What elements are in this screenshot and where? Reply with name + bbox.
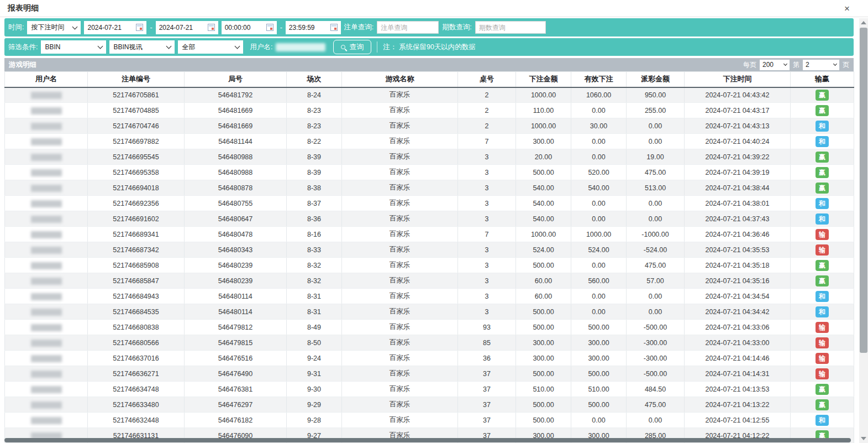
- cell-round-id: 546480478: [185, 227, 287, 242]
- calendar-icon[interactable]: [330, 24, 338, 31]
- cell-payout: -500.00: [627, 366, 685, 382]
- cell-round-id: 546481669: [185, 103, 287, 118]
- cell-round-id: 546480878: [185, 180, 287, 196]
- result-badge: 和: [816, 213, 829, 225]
- masked-username: [31, 200, 62, 207]
- cell-round-id: 546480647: [185, 211, 287, 227]
- date-separator: -: [150, 24, 152, 32]
- cell-session: 8-39: [287, 165, 342, 180]
- divider: [377, 41, 377, 53]
- cell-game-name: 百家乐: [342, 289, 458, 304]
- cell-bet-amount: 1000.00: [516, 118, 571, 134]
- cell-round-id: 546480114: [185, 289, 287, 304]
- cell-valid-bet: 500.00: [571, 366, 627, 382]
- cell-bet-id: 521746687342: [88, 242, 185, 258]
- cell-round-id: 546476490: [185, 366, 287, 382]
- cell-bet-time: 2024-07-21 04:33:06: [685, 320, 791, 335]
- cell-table-no: 2: [458, 87, 516, 103]
- cell-table-no: 3: [458, 258, 516, 273]
- date-from-input[interactable]: 2024-07-21: [84, 21, 146, 34]
- masked-username: [31, 262, 62, 269]
- vertical-scrollbar-thumb[interactable]: [860, 28, 867, 353]
- platform-value: BBIN: [45, 43, 60, 51]
- cell-payout: 950.00: [627, 87, 685, 103]
- scroll-up-icon[interactable]: [861, 21, 866, 24]
- calendar-icon[interactable]: [136, 24, 143, 31]
- time-from-input[interactable]: 00:00:00: [222, 21, 277, 34]
- table-row: 5217466923565464807558-37百家乐3540.000.000…: [5, 196, 854, 211]
- category-select[interactable]: BBIN视讯: [109, 40, 175, 54]
- platform-select[interactable]: BBIN: [41, 40, 106, 54]
- bet-query-label: 注单查询:: [344, 23, 373, 32]
- cell-bet-time: 2024-07-21 04:43:13: [685, 118, 791, 134]
- cell-bet-amount: 500.00: [516, 397, 571, 413]
- cell-bet-time: 2024-07-21 04:35:18: [685, 258, 791, 273]
- masked-username: [31, 138, 62, 145]
- date-to-input[interactable]: 2024-07-21: [156, 21, 218, 34]
- cell-bet-amount: 500.00: [516, 366, 571, 382]
- result-badge: 赢: [816, 183, 829, 194]
- cell-username-masked: [5, 366, 88, 382]
- time-type-select[interactable]: 按下注时间: [27, 21, 81, 34]
- cell-bet-id: 521746684535: [88, 304, 185, 320]
- cell-result: 和: [791, 211, 854, 227]
- time-to-input[interactable]: 23:59:59: [286, 21, 341, 34]
- masked-username: [31, 169, 62, 176]
- cell-session: 8-32: [287, 273, 342, 289]
- table-row: 5217466362715464764909-31百家乐37500.00500.…: [5, 366, 854, 382]
- cell-payout: 484.50: [627, 382, 685, 397]
- cell-round-id: 546481669: [185, 118, 287, 134]
- vertical-scrollbar[interactable]: [859, 18, 868, 443]
- masked-username: [31, 402, 62, 409]
- scroll-down-icon[interactable]: [861, 437, 866, 440]
- col-header-bet-id: 注单编号: [88, 72, 185, 87]
- cell-valid-bet: 0.00: [571, 196, 627, 211]
- cell-session: 8-31: [287, 304, 342, 320]
- cell-bet-id: 521746685908: [88, 258, 185, 273]
- cell-result: 输: [791, 335, 854, 351]
- page-suffix: 页: [843, 60, 849, 70]
- date-to-value: 2024-07-21: [159, 24, 193, 32]
- result-badge: 输: [816, 322, 829, 333]
- cell-round-id: 546480988: [185, 149, 287, 165]
- cell-bet-amount: 540.00: [516, 196, 571, 211]
- bet-query-input[interactable]: [377, 21, 439, 34]
- cell-session: 8-39: [287, 149, 342, 165]
- cell-result: 赢: [791, 397, 854, 413]
- cell-bet-id: 521746634748: [88, 382, 185, 397]
- table-row: 5217466805665464798158-50百家乐85300.00300.…: [5, 335, 854, 351]
- cell-round-id: 546480755: [185, 196, 287, 211]
- cell-table-no: 85: [458, 335, 516, 351]
- page-select[interactable]: 2: [803, 60, 839, 70]
- masked-username: [31, 309, 62, 316]
- cell-bet-amount: 524.00: [516, 242, 571, 258]
- cell-bet-time: 2024-07-21 04:37:43: [685, 211, 791, 227]
- cell-username-masked: [5, 397, 88, 413]
- cell-valid-bet: 520.00: [571, 165, 627, 180]
- category-value: BBIN视讯: [113, 43, 142, 52]
- table-row: 5217467048855464816698-23百家乐2110.000.002…: [5, 103, 854, 118]
- cell-valid-bet: 0.00: [571, 149, 627, 165]
- cell-bet-amount: 300.00: [516, 351, 571, 366]
- cell-bet-time: 2024-07-21 04:35:16: [685, 273, 791, 289]
- cell-game-name: 百家乐: [342, 320, 458, 335]
- cell-username-masked: [5, 289, 88, 304]
- report-table: 用户名 注单编号 局号 场次 游戏名称 桌号 下注金额 有效下注 派彩金额 下注…: [4, 71, 854, 443]
- calendar-icon[interactable]: [266, 24, 273, 31]
- per-page-select[interactable]: 200: [760, 60, 790, 70]
- close-icon[interactable]: ×: [841, 3, 853, 15]
- horizontal-scrollbar-thumb[interactable]: [4, 438, 851, 442]
- table-row: 5217467058615464817928-24百家乐21000.001060…: [5, 87, 854, 103]
- cell-payout: -524.00: [627, 242, 685, 258]
- calendar-icon[interactable]: [208, 24, 215, 31]
- cell-bet-amount: 500.00: [516, 320, 571, 335]
- cell-username-masked: [5, 87, 88, 103]
- period-query-input[interactable]: [475, 21, 546, 34]
- cell-round-id: 546480239: [185, 258, 287, 273]
- cell-username-masked: [5, 103, 88, 118]
- scope-select[interactable]: 全部: [178, 40, 243, 54]
- cell-bet-time: 2024-07-21 04:43:17: [685, 103, 791, 118]
- cell-session: 9-24: [287, 351, 342, 366]
- cell-bet-amount: 540.00: [516, 211, 571, 227]
- search-button[interactable]: 查询: [333, 40, 371, 54]
